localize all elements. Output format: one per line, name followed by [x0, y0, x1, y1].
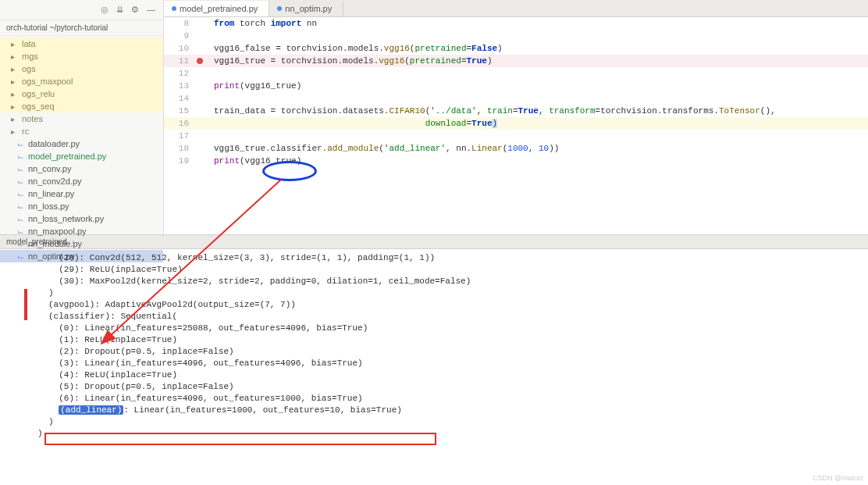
tree-folder[interactable]: ▸rc: [0, 125, 163, 137]
console-line: (4): ReLU(inplace=True): [2, 369, 866, 381]
tree-folder[interactable]: ▸ogs: [0, 62, 163, 75]
project-breadcrumb: orch-tutorial ~/pytorch-tutorial: [0, 20, 163, 36]
console-line: (add_linear): Linear(in_features=1000, o…: [2, 405, 866, 416]
console-line: (0): Linear(in_features=25088, out_featu…: [2, 323, 866, 334]
tree-folder[interactable]: ▸notes: [0, 112, 163, 125]
file-tree[interactable]: ▸lata▸mgs▸ogs▸ogs_maxpool▸ogs_relu▸ogs_s…: [0, 36, 163, 264]
console-line: (6): Linear(in_features=4096, out_featur…: [2, 393, 866, 405]
tree-file[interactable]: ⌙nn_loss.py: [0, 200, 163, 212]
console-line: (30): MaxPool2d(kernel_size=2, stride=2,…: [2, 276, 866, 287]
watermark: CSDN @mwcxz: [813, 474, 863, 482]
console-line: ): [2, 416, 866, 428]
tree-file[interactable]: ⌙dataloader.py: [0, 137, 163, 150]
editor-tabs: model_pretrained.pynn_optim.py: [164, 0, 868, 17]
console-line: (28): Conv2d(512, 512, kernel_size=(3, 3…: [2, 252, 866, 264]
console-line: (5): Dropout(p=0.5, inplace=False): [2, 381, 866, 393]
tree-file[interactable]: ⌙nn_linear.py: [0, 187, 163, 200]
tree-folder[interactable]: ▸ogs_seq: [0, 100, 163, 112]
tree-file[interactable]: ⌙nn_conv.py: [0, 162, 163, 175]
tree-folder[interactable]: ▸ogs_maxpool: [0, 75, 163, 87]
tree-file[interactable]: ⌙nn_loss_network.py: [0, 212, 163, 225]
editor-area: model_pretrained.pynn_optim.py 8from tor…: [164, 0, 868, 234]
tree-file[interactable]: ⌙nn_maxpool.py: [0, 225, 163, 237]
output-tab-label[interactable]: model_pretrained: [6, 237, 67, 246]
console-line: (classifier): Sequential(: [2, 311, 866, 323]
editor-tab[interactable]: nn_optim.py: [269, 1, 343, 16]
console-line: (2): Dropout(p=0.5, inplace=False): [2, 346, 866, 358]
editor-tab[interactable]: model_pretrained.py: [164, 1, 269, 16]
settings-gear-icon[interactable]: ⚙: [131, 5, 139, 15]
annotation-circle: [262, 161, 317, 181]
annotation-bar: [24, 289, 27, 320]
breakpoint-icon: [195, 55, 205, 67]
tree-folder[interactable]: ▸mgs: [0, 50, 163, 62]
target-icon[interactable]: ◎: [101, 5, 108, 15]
console-line: (avgpool): AdaptiveAvgPool2d(output_size…: [2, 299, 866, 311]
console-output[interactable]: (28): Conv2d(512, 512, kernel_size=(3, 3…: [0, 249, 868, 443]
hide-icon[interactable]: —: [147, 5, 155, 15]
code-editor[interactable]: 8from torch import nn 9 10vgg16_false = …: [164, 17, 868, 234]
collapse-icon[interactable]: ⇊: [116, 5, 123, 15]
tree-file[interactable]: ⌙nn_conv2d.py: [0, 175, 163, 187]
project-sidebar: ◎ ⇊ ⚙ — orch-tutorial ~/pytorch-tutorial…: [0, 0, 164, 234]
console-line: (3): Linear(in_features=4096, out_featur…: [2, 358, 866, 369]
console-line: (1): ReLU(inplace=True): [2, 334, 866, 346]
annotation-box: [44, 433, 436, 445]
tree-folder[interactable]: ▸ogs_relu: [0, 87, 163, 100]
sidebar-toolbar: ◎ ⇊ ⚙ —: [0, 0, 163, 20]
console-line: ): [2, 287, 866, 299]
tree-file[interactable]: ⌙model_pretrained.py: [0, 150, 163, 162]
tree-folder[interactable]: ▸lata: [0, 37, 163, 50]
console-line: (29): ReLU(inplace=True): [2, 264, 866, 276]
chevron-right-icon: ›: [72, 237, 74, 246]
